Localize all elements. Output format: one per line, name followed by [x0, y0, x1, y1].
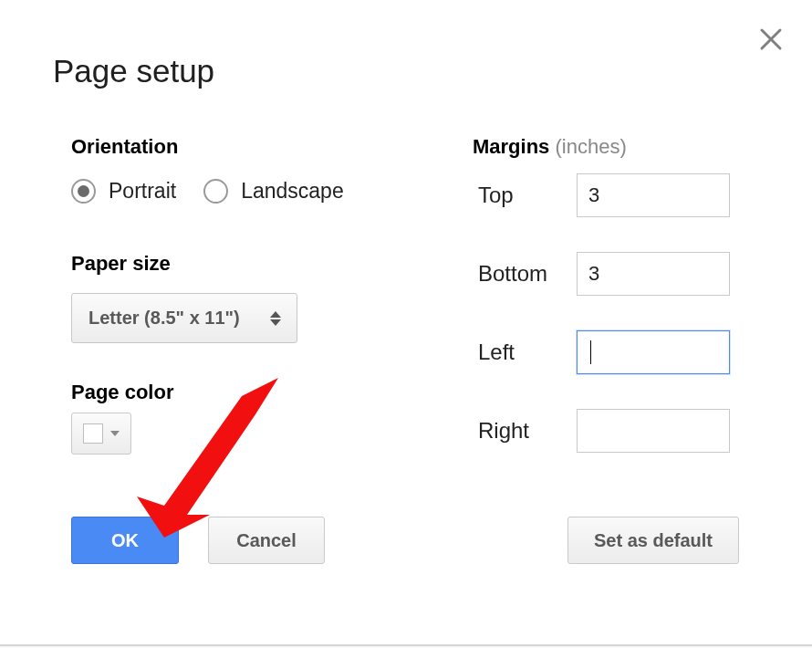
margin-left-input[interactable] [577, 330, 730, 374]
margin-right-input[interactable] [577, 409, 730, 453]
color-swatch [83, 423, 103, 444]
dialog-title: Page setup [53, 53, 214, 89]
orientation-landscape-radio[interactable]: Landscape [203, 179, 344, 204]
radio-icon [71, 179, 96, 204]
cancel-button[interactable]: Cancel [208, 517, 325, 564]
margin-row-left: Left [478, 330, 743, 374]
margin-row-right: Right [478, 409, 743, 453]
margin-bottom-label: Bottom [478, 261, 577, 287]
orientation-portrait-label: Portrait [109, 179, 176, 204]
divider [0, 644, 812, 646]
set-default-button[interactable]: Set as default [567, 517, 739, 564]
set-default-button-label: Set as default [594, 530, 713, 551]
paper-size-value: Letter (8.5" x 11") [88, 308, 240, 329]
margins-label-text: Margins [473, 135, 549, 158]
page-color-select[interactable] [71, 413, 131, 455]
orientation-landscape-label: Landscape [241, 179, 344, 204]
margins-label: Margins (inches) [473, 135, 627, 159]
margin-row-top: Top [478, 173, 743, 217]
paper-size-select[interactable]: Letter (8.5" x 11") [71, 293, 297, 343]
margins-unit: (inches) [549, 135, 626, 158]
page-color-label: Page color [71, 381, 173, 404]
margin-row-bottom: Bottom [478, 252, 743, 296]
close-icon[interactable] [757, 26, 785, 53]
cancel-button-label: Cancel [236, 530, 297, 551]
text-caret [590, 340, 591, 364]
chevron-down-icon [110, 431, 120, 436]
orientation-label: Orientation [71, 135, 178, 159]
margin-left-label: Left [478, 340, 577, 365]
orientation-portrait-radio[interactable]: Portrait [71, 179, 176, 204]
ok-button-label: OK [111, 530, 139, 551]
margin-bottom-input[interactable] [577, 252, 730, 296]
margin-top-label: Top [478, 183, 577, 208]
margin-top-input[interactable] [577, 173, 730, 217]
paper-size-label: Paper size [71, 252, 171, 276]
orientation-options: Portrait Landscape [71, 179, 344, 204]
ok-button[interactable]: OK [71, 517, 179, 564]
radio-icon [203, 179, 228, 204]
stepper-icon [267, 311, 284, 326]
margin-right-label: Right [478, 418, 577, 444]
page-setup-dialog: Page setup Orientation Portrait Landscap… [0, 0, 812, 648]
